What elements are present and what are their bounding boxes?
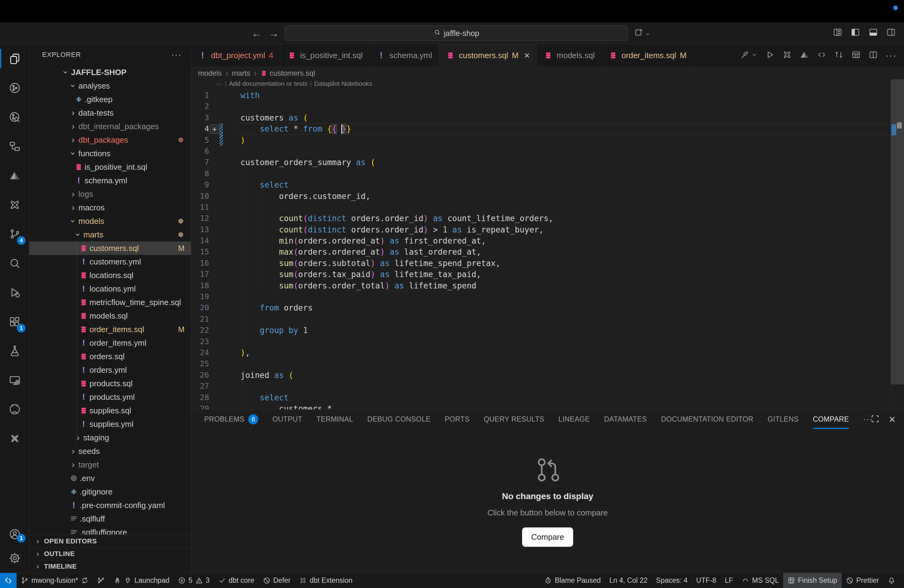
status-defer-toggle[interactable]: Defer	[259, 573, 295, 588]
toggle-sidebar-icon[interactable]	[850, 27, 860, 38]
build-action-button[interactable]	[740, 50, 750, 61]
tree-file-orders-yml[interactable]: !orders.yml	[29, 363, 191, 377]
panel-tab-terminal[interactable]: TERMINAL	[316, 409, 353, 429]
breadcrumb[interactable]: models›marts›customers.sql	[191, 67, 904, 79]
tree-folder-target[interactable]: ›target	[29, 458, 191, 471]
tree-file-products-sql[interactable]: products.sql	[29, 377, 191, 390]
breadcrumb-item[interactable]: models	[198, 69, 222, 77]
run-button[interactable]	[765, 50, 775, 61]
tree-folder-seeds[interactable]: ›seeds	[29, 444, 191, 458]
tab-customers-sql[interactable]: customers.sqlM×	[439, 44, 537, 67]
section-timeline[interactable]: ›TIMELINE	[29, 560, 191, 573]
tab-models-sql[interactable]: models.sql	[537, 44, 602, 67]
status-finish-setup[interactable]: Finish Setup	[783, 573, 842, 588]
status-prettier-status[interactable]: Prettier	[842, 573, 883, 588]
section-outline[interactable]: ›OUTLINE	[29, 547, 191, 560]
tree-folder-logs[interactable]: ›logs	[29, 187, 191, 201]
panel-tab-problems[interactable]: PROBLEMS8	[204, 409, 258, 429]
tree-file-supplies-sql[interactable]: supplies.sql	[29, 404, 191, 417]
activity-remote-explorer[interactable]	[0, 365, 29, 395]
tree-folder-marts[interactable]: ›marts	[29, 228, 191, 242]
status-indentation[interactable]: Spaces: 4	[652, 573, 692, 588]
activity-accounts[interactable]: 1	[0, 522, 29, 546]
tab-dbt-project-yml[interactable]: !dbt_project.yml4	[191, 44, 280, 67]
status-encoding[interactable]: UTF-8	[692, 573, 721, 588]
tree-file--sqlfluff[interactable]: .sqlfluff	[29, 512, 191, 526]
panel-tab-documentation-editor[interactable]: DOCUMENTATION EDITOR	[661, 409, 754, 429]
copilot-menu-button[interactable]: ⌄	[634, 27, 650, 38]
panel-tab-compare[interactable]: COMPARE	[813, 409, 849, 429]
status-notifications-bell[interactable]	[883, 573, 900, 588]
code-editor[interactable]: ···|Add documentation or tests|Datapilot…	[191, 79, 904, 409]
compare-button[interactable]: Compare	[522, 528, 574, 547]
close-panel-icon[interactable]: ×	[889, 414, 895, 425]
activity-extensions[interactable]: 1	[0, 307, 29, 336]
breadcrumb-item[interactable]: marts	[232, 69, 250, 77]
status-blame-status[interactable]: Blame Paused	[540, 573, 605, 588]
panel-tab-ports[interactable]: PORTS	[445, 409, 469, 429]
activity-dbt-power-user[interactable]	[0, 161, 29, 190]
tree-file-products-yml[interactable]: !products.yml	[29, 390, 191, 404]
tree-file--gitkeep[interactable]: .gitkeep	[29, 93, 191, 106]
tree-file-customers-sql[interactable]: customers.sqlM	[29, 242, 191, 255]
tree-folder-analyses[interactable]: ›analyses	[29, 79, 191, 93]
editor-scrollbar[interactable]	[890, 79, 904, 409]
activity-dbt-x-filled[interactable]	[0, 424, 29, 453]
tree-file-supplies-yml[interactable]: !supplies.yml	[29, 417, 191, 431]
tree-file-order-items-sql[interactable]: order_items.sqlM	[29, 322, 191, 336]
tree-file-orders-sql[interactable]: orders.sql	[29, 350, 191, 363]
tab-order-items-sql[interactable]: order_items.sqlM	[602, 44, 693, 67]
activity-git-graph[interactable]	[0, 73, 29, 103]
activity-settings[interactable]	[0, 546, 29, 570]
status-language-mode[interactable]: MS SQL	[737, 573, 783, 588]
activity-testing[interactable]	[0, 336, 29, 365]
customize-layout-icon[interactable]	[833, 27, 842, 38]
command-center-search[interactable]: jaffle-shop	[285, 25, 628, 41]
tab-schema-yml[interactable]: !schema.yml	[370, 44, 439, 67]
status-git-branch[interactable]: mwong-fusion*	[17, 573, 93, 588]
toggle-panel-icon[interactable]	[868, 27, 878, 38]
breadcrumb-item[interactable]: customers.sql	[261, 69, 315, 77]
tree-folder-dbt-internal-packages[interactable]: ›dbt_internal_packages	[29, 120, 191, 133]
tree-folder-models[interactable]: ›models	[29, 214, 191, 228]
status-launchpad[interactable]: Launchpad	[109, 573, 174, 588]
compare-changes-button[interactable]	[834, 50, 844, 61]
activity-gitlens[interactable]	[0, 103, 29, 132]
tree-file-models-sql[interactable]: models.sql	[29, 309, 191, 322]
status-problems-summary[interactable]: 53	[174, 573, 214, 588]
tree-file--env[interactable]: .env	[29, 471, 191, 485]
status-eol[interactable]: LF	[721, 573, 737, 588]
tree-file-is-positive-int-sql[interactable]: is_positive_int.sql	[29, 160, 191, 174]
tree-file-order-items-yml[interactable]: !order_items.yml	[29, 336, 191, 350]
tree-folder-macros[interactable]: ›macros	[29, 201, 191, 214]
tree-file--sqlfluffignore[interactable]: .sqlfluffignore	[29, 526, 191, 534]
status-remote-indicator[interactable]	[0, 573, 17, 588]
back-button[interactable]: ←	[251, 27, 262, 40]
toggle-secondary-sidebar-icon[interactable]	[886, 27, 896, 38]
forward-button[interactable]: →	[269, 27, 279, 40]
codelens-link[interactable]: Add documentation or tests	[229, 80, 308, 87]
codelens-link[interactable]: Datapilot Notebooks	[314, 80, 372, 87]
tree-file-locations-sql[interactable]: locations.sql	[29, 269, 191, 282]
explorer-more-actions[interactable]: ···	[171, 50, 182, 60]
tree-file-locations-yml[interactable]: !locations.yml	[29, 282, 191, 296]
tree-folder-data-tests[interactable]: ›data-tests	[29, 106, 191, 120]
panel-tab-query-results[interactable]: QUERY RESULTS	[484, 409, 544, 429]
section-open-editors[interactable]: ›OPEN EDITORS	[29, 535, 191, 547]
activity-source-control[interactable]: 4	[0, 219, 29, 248]
close-icon[interactable]: ×	[524, 50, 530, 61]
tree-file--pre-commit-config-yaml[interactable]: !.pre-commit-config.yaml	[29, 498, 191, 512]
activity-explorer[interactable]	[0, 44, 29, 73]
maximize-panel-icon[interactable]	[871, 414, 880, 425]
status-dbt-extension-status[interactable]: dbt Extension	[295, 573, 357, 588]
more-actions-button[interactable]: ···	[885, 50, 897, 60]
activity-github[interactable]	[0, 395, 29, 424]
panel-tab-output[interactable]: OUTPUT	[272, 409, 302, 429]
panel-tab-gitlens[interactable]: GITLENS	[768, 409, 798, 429]
status-cursor-position[interactable]: Ln 4, Col 22	[605, 573, 652, 588]
activity-lineage[interactable]	[0, 132, 29, 161]
panel-tab-datamates[interactable]: DATAMATES	[604, 409, 647, 429]
status-dbt-core-status[interactable]: dbt core	[214, 573, 259, 588]
activity-search[interactable]	[0, 248, 29, 278]
tree-file-metricflow-time-spine-sql[interactable]: metricflow_time_spine.sql	[29, 296, 191, 309]
